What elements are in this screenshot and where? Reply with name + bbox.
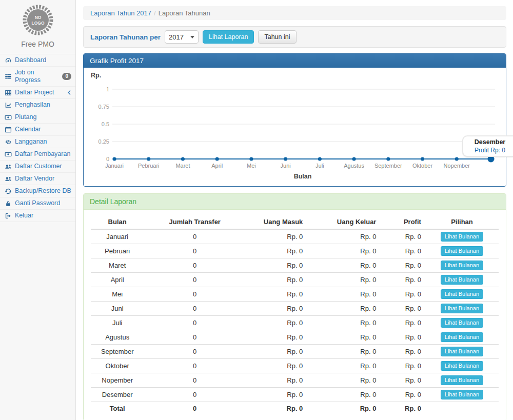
table-cell: Mei: [91, 287, 144, 302]
tahun-ini-button[interactable]: Tahun ini: [258, 30, 296, 44]
table-cell: Rp. 0: [246, 373, 307, 388]
lihat-bulanan-button[interactable]: Lihat Bulanan: [441, 347, 483, 356]
table-cell: Rp. 0: [380, 388, 425, 402]
table-cell: Rp. 0: [307, 244, 380, 258]
table-cell: Rp. 0: [380, 316, 425, 330]
no-logo-image: NO LOGO: [22, 4, 54, 36]
table-cell: Rp. 0: [307, 302, 380, 316]
table-cell: 0: [144, 316, 246, 330]
table-row: Pebruari0Rp. 0Rp. 0Rp. 0Lihat Bulanan: [91, 244, 499, 258]
lihat-bulanan-button[interactable]: Lihat Bulanan: [441, 275, 483, 285]
lihat-bulanan-button[interactable]: Lihat Bulanan: [441, 246, 483, 256]
profit-chart-panel: Grafik Profit 2017 Rp.00.250.50.751Janua…: [83, 53, 506, 187]
table-cell-action: Lihat Bulanan: [425, 273, 499, 287]
sidebar-item-langganan[interactable]: Langganan: [0, 135, 75, 148]
app-window: NO LOGO Free PMO DashboardJob on Progres…: [0, 0, 513, 420]
table-cell: Rp. 0: [380, 359, 425, 373]
lihat-bulanan-button[interactable]: Lihat Bulanan: [441, 289, 483, 299]
lihat-bulanan-button[interactable]: Lihat Bulanan: [441, 375, 483, 385]
lihat-bulanan-button[interactable]: Lihat Bulanan: [441, 332, 483, 342]
breadcrumb-link-laporan-tahun[interactable]: Laporan Tahun 2017: [90, 9, 151, 17]
table-cell: Rp. 0: [246, 330, 307, 345]
table-cell: Rp. 0: [307, 388, 380, 402]
table-cell-action: Lihat Bulanan: [425, 244, 499, 258]
sidebar: NO LOGO Free PMO DashboardJob on Progres…: [0, 0, 76, 420]
table-row: Oktober0Rp. 0Rp. 0Rp. 0Lihat Bulanan: [91, 359, 499, 373]
sidebar-item-label: Penghasilan: [15, 101, 50, 109]
table-cell: Rp. 0: [307, 373, 380, 388]
svg-text:Januari: Januari: [105, 163, 124, 169]
svg-text:Mei: Mei: [247, 163, 256, 169]
table-cell: Rp. 0: [380, 287, 425, 302]
table-cell-action: Lihat Bulanan: [425, 330, 499, 345]
sidebar-item-ganti-password[interactable]: Ganti Password: [0, 197, 75, 209]
sidebar-item-piutang[interactable]: Piutang: [0, 111, 75, 123]
detail-panel-title: Detail Laporan: [84, 194, 506, 210]
money-icon: [5, 114, 12, 121]
sidebar-item-job-on-progress[interactable]: Job on Progress0: [0, 66, 75, 86]
profit-chart-area: Rp.00.250.50.751JanuariPebruariMaretApri…: [90, 71, 500, 182]
sidebar-item-label: Daftar Customer: [15, 163, 62, 170]
svg-text:April: April: [211, 163, 223, 169]
column-header: Uang Masuk: [246, 215, 307, 229]
breadcrumb: Laporan Tahun 2017/Laporan Tahunan: [83, 6, 506, 20]
table-row: Desember0Rp. 0Rp. 0Rp. 0Lihat Bulanan: [91, 388, 499, 402]
table-cell: 0: [144, 345, 246, 359]
table-cell: Rp. 0: [246, 345, 307, 359]
chart-panel-title: Grafik Profit 2017: [84, 54, 506, 68]
sidebar-item-daftar-project[interactable]: Daftar Project: [0, 86, 75, 98]
lihat-bulanan-button[interactable]: Lihat Bulanan: [441, 261, 483, 270]
column-header: Bulan: [91, 215, 144, 229]
filter-label: Laporan Tahunan per: [90, 33, 161, 41]
sidebar-item-penghasilan[interactable]: Penghasilan: [0, 98, 75, 111]
sidebar-item-backup-restore-db[interactable]: Backup/Restore DB: [0, 185, 75, 197]
column-header: Uang Keluar: [307, 215, 380, 229]
table-cell-action: Lihat Bulanan: [425, 359, 499, 373]
sidebar-item-label: Dashboard: [15, 56, 46, 64]
lihat-laporan-button[interactable]: Lihat Laporan: [203, 30, 254, 44]
svg-text:0.75: 0.75: [98, 104, 109, 110]
column-header: Profit: [380, 215, 425, 229]
total-value: Rp. 0: [380, 402, 425, 415]
sidebar-item-label: Daftar Vendor: [15, 175, 54, 183]
sidebar-item-dashboard[interactable]: Dashboard: [0, 54, 75, 66]
table-cell: 0: [144, 373, 246, 388]
sidebar-item-label: Piutang: [15, 113, 36, 121]
table-cell: Rp. 0: [246, 258, 307, 273]
table-row: Mei0Rp. 0Rp. 0Rp. 0Lihat Bulanan: [91, 287, 499, 302]
lihat-bulanan-button[interactable]: Lihat Bulanan: [441, 304, 483, 313]
report-filter-form: Laporan Tahunan per 2017 Lihat Laporan T…: [83, 26, 506, 48]
year-select-value: 2017: [169, 33, 184, 41]
sidebar-nav: DashboardJob on Progress0Daftar ProjectP…: [0, 54, 75, 222]
table-cell-action: Lihat Bulanan: [425, 388, 499, 402]
sidebar-item-daftar-customer[interactable]: Daftar Customer: [0, 160, 75, 172]
svg-text:September: September: [374, 163, 402, 169]
table-cell-action: Lihat Bulanan: [425, 316, 499, 330]
sidebar-item-daftar-pembayaran[interactable]: Daftar Pembayaran: [0, 148, 75, 160]
table-row: April0Rp. 0Rp. 0Rp. 0Lihat Bulanan: [91, 273, 499, 287]
lihat-bulanan-button[interactable]: Lihat Bulanan: [441, 232, 483, 242]
table-cell-action: Lihat Bulanan: [425, 373, 499, 388]
gauge-icon: [5, 57, 12, 64]
table-row: Maret0Rp. 0Rp. 0Rp. 0Lihat Bulanan: [91, 258, 499, 273]
chevron-down-icon: [190, 36, 194, 38]
report-table: BulanJumlah TransferUang MasukUang Kelua…: [91, 215, 499, 414]
svg-text:Juni: Juni: [281, 163, 291, 169]
table-cell: 0: [144, 273, 246, 287]
table-cell: Rp. 0: [380, 302, 425, 316]
table-cell: Rp. 0: [307, 316, 380, 330]
lihat-bulanan-button[interactable]: Lihat Bulanan: [441, 361, 483, 371]
table-cell: Agustus: [91, 330, 144, 345]
profit-line-chart[interactable]: Rp.00.250.50.751JanuariPebruariMaretApri…: [90, 71, 499, 181]
table-row: September0Rp. 0Rp. 0Rp. 0Lihat Bulanan: [91, 345, 499, 359]
table-cell-action: Lihat Bulanan: [425, 302, 499, 316]
table-cell-action: Lihat Bulanan: [425, 229, 499, 244]
year-select[interactable]: 2017: [165, 30, 199, 44]
sidebar-item-daftar-vendor[interactable]: Daftar Vendor: [0, 172, 75, 185]
sidebar-item-calendar[interactable]: Calendar: [0, 123, 75, 135]
lihat-bulanan-button[interactable]: Lihat Bulanan: [441, 318, 483, 328]
lihat-bulanan-button[interactable]: Lihat Bulanan: [441, 390, 483, 399]
sidebar-item-keluar[interactable]: Keluar: [0, 209, 75, 222]
table-total-row: Total0Rp. 0Rp. 0Rp. 0: [91, 402, 499, 415]
table-cell: April: [91, 273, 144, 287]
